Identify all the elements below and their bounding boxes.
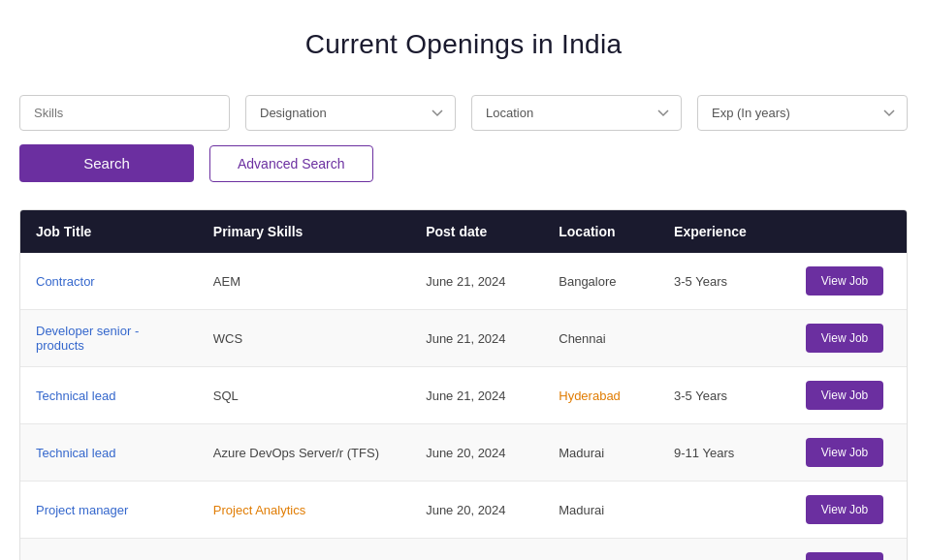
view-job-button[interactable]: View Job (806, 438, 883, 467)
post-date-cell: June 20, 2024 (410, 424, 543, 482)
view-job-button[interactable]: View Job (806, 324, 883, 353)
experience-cell: 3-5 Years (658, 253, 783, 310)
post-date-cell: June 20, 2024 (410, 482, 543, 539)
job-title-cell: Technical lead (20, 424, 198, 482)
action-cell: View Job (783, 253, 907, 310)
job-title-cell: Contractor (20, 253, 198, 310)
job-title-link[interactable]: Contractor (36, 274, 95, 289)
experience-cell: 4.5-8 Years (658, 539, 783, 561)
location-cell: Madurai (543, 424, 658, 482)
job-title-cell: Associate consultant (20, 539, 198, 561)
table-row: Technical lead Azure DevOps Server/r (TF… (20, 424, 907, 482)
job-title-cell: Project manager (20, 482, 198, 539)
action-cell: View Job (783, 310, 907, 367)
location-cell: Bangalore (543, 539, 658, 561)
experience-cell (658, 482, 783, 539)
experience-cell (658, 310, 783, 367)
filter-row: Designation Location Exp (In years) (19, 95, 908, 131)
location-cell: Madurai (543, 482, 658, 539)
post-date-cell: June 19, 2024 (410, 539, 543, 561)
search-button[interactable]: Search (19, 144, 194, 182)
post-date-cell: June 21, 2024 (410, 310, 543, 367)
action-row: Search Advanced Search (19, 144, 908, 182)
jobs-table-container: Job Title Primary Skills Post date Locat… (19, 209, 908, 560)
job-title-cell: Technical lead (20, 367, 198, 424)
table-row: Developer senior -products WCS June 21, … (20, 310, 907, 367)
skills-cell: WCS (198, 310, 410, 367)
view-job-button[interactable]: View Job (806, 266, 883, 296)
location-cell: Chennai (543, 310, 658, 367)
jobs-table: Job Title Primary Skills Post date Locat… (20, 210, 907, 560)
table-row: Project manager Project Analytics June 2… (20, 482, 907, 539)
action-cell: View Job (783, 424, 907, 482)
exp-select[interactable]: Exp (In years) (697, 95, 908, 131)
skills-cell: Azure DevOps Server/r (TFS) (198, 424, 410, 482)
action-cell: View Job (783, 539, 907, 561)
view-job-button[interactable]: View Job (806, 381, 883, 410)
location-cell: Bangalore (543, 253, 658, 310)
table-row: Contractor AEM June 21, 2024 Bangalore 3… (20, 253, 907, 310)
job-title-link[interactable]: Project manager (36, 503, 128, 517)
action-cell: View Job (783, 367, 907, 424)
page-title: Current Openings in India (19, 29, 908, 60)
post-date-cell: June 21, 2024 (410, 253, 543, 310)
col-header-location: Location (543, 210, 658, 253)
table-row: Associate consultant Commvault June 19, … (20, 539, 907, 561)
experience-cell: 9-11 Years (658, 424, 783, 482)
job-title-cell: Developer senior -products (20, 310, 198, 367)
table-row: Technical lead SQL June 21, 2024 Hyderab… (20, 367, 907, 424)
skills-cell: SQL (198, 367, 410, 424)
job-title-link[interactable]: Technical lead (36, 389, 115, 403)
col-header-experience: Experience (658, 210, 783, 253)
post-date-cell: June 21, 2024 (410, 367, 543, 424)
designation-select[interactable]: Designation (245, 95, 456, 131)
skills-input[interactable] (19, 95, 230, 131)
col-header-primary-skills: Primary Skills (198, 210, 410, 253)
location-select[interactable]: Location (471, 95, 682, 131)
experience-cell: 3-5 Years (658, 367, 783, 424)
col-header-job-title: Job Title (20, 210, 198, 253)
advanced-search-button[interactable]: Advanced Search (209, 145, 373, 182)
col-header-post-date: Post date (410, 210, 543, 253)
job-title-link[interactable]: Technical lead (36, 446, 115, 460)
skills-cell: Project Analytics (198, 482, 410, 539)
page-wrapper: Current Openings in India Designation Lo… (0, 0, 927, 560)
col-header-action (783, 210, 907, 253)
table-header-row: Job Title Primary Skills Post date Locat… (20, 210, 907, 253)
skills-cell: AEM (198, 253, 410, 310)
location-cell: Hyderabad (543, 367, 658, 424)
view-job-button[interactable]: View Job (806, 495, 883, 524)
skills-cell: Commvault (198, 539, 410, 561)
view-job-button[interactable]: View Job (806, 552, 883, 560)
action-cell: View Job (783, 482, 907, 539)
job-title-link[interactable]: Developer senior -products (36, 324, 139, 353)
